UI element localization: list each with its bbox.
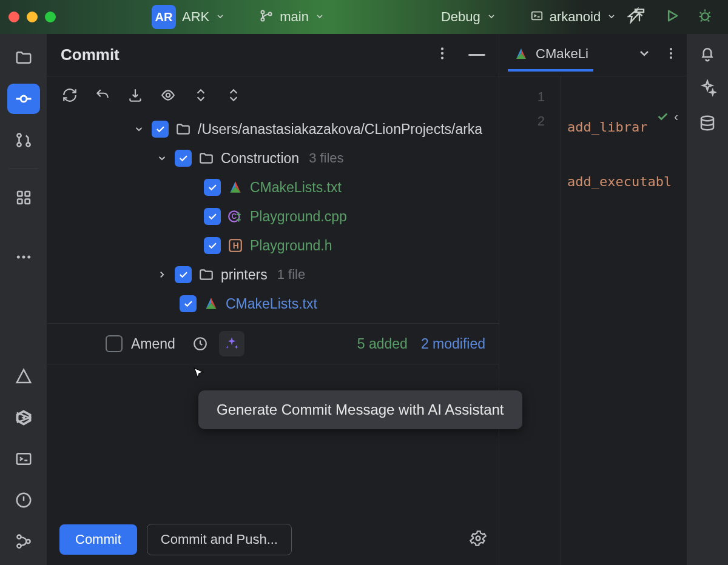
amend-checkbox[interactable] [106,335,123,352]
services-tool-button[interactable] [7,403,40,433]
chevron-down-icon[interactable] [637,46,652,64]
project-badge: AR [152,5,176,29]
svg-point-8 [17,142,21,146]
more-icon[interactable] [664,46,678,64]
checkbox-checked[interactable] [152,121,169,138]
project-name: ARK [182,9,209,25]
ai-assistant-button[interactable] [698,79,716,101]
more-tool-button[interactable] [7,242,40,272]
svg-point-34 [670,56,672,59]
build-button[interactable] [627,7,648,27]
svg-text:H: H [233,241,239,250]
database-button[interactable] [698,114,716,135]
branch-selector[interactable]: main [253,8,331,26]
build-config-label: Debug [441,9,480,25]
svg-rect-10 [18,192,22,196]
run-button[interactable] [664,7,681,27]
settings-button[interactable] [470,530,487,550]
changelist-button[interactable] [193,87,209,106]
root-path-label: /Users/anastasiakazakova/CLionProjects/a… [198,121,482,138]
commit-button[interactable]: Commit [59,524,137,555]
folder-meta: 3 files [309,150,343,166]
problems-tool-button[interactable] [7,485,40,515]
minimize-panel-button[interactable] [468,54,485,56]
editor-tab-cmakelists[interactable]: CMakeLi [508,39,593,72]
file-label: Playground.cpp [250,209,347,225]
branch-name: main [280,9,309,25]
diff-button[interactable] [160,87,176,106]
svg-point-35 [701,116,713,121]
chevron-down-icon [487,10,496,24]
folder-icon [198,266,215,283]
project-selector[interactable]: AR ARK [146,5,231,29]
title-bar: AR ARK main Debug arkanoid [0,0,728,34]
minimize-window-button[interactable] [27,12,38,22]
inspection-widget[interactable]: ‹ [656,109,678,124]
cmake-icon [203,295,220,312]
changes-tree: /Users/anastasiakazakova/CLionProjects/a… [47,112,499,323]
amend-bar: Amend 5 added 2 modified [47,323,499,364]
cmake-tool-button[interactable] [7,361,40,392]
debug-button[interactable] [696,7,713,27]
commit-tool-button[interactable] [7,84,40,114]
svg-point-32 [670,48,672,50]
run-target-label: arkanoid [550,9,601,25]
chevron-right-icon[interactable] [155,269,169,280]
svg-point-9 [26,142,30,146]
commit-and-push-button[interactable]: Commit and Push... [147,524,292,555]
ai-generate-button[interactable] [219,331,244,356]
checkbox-checked[interactable] [175,150,192,167]
vcs-tool-button[interactable] [7,526,40,557]
tree-folder-construction[interactable]: Construction 3 files [47,144,499,173]
code-line: add_executabl [567,174,672,189]
cmake-icon [513,45,530,62]
cmake-icon [227,179,244,196]
history-button[interactable] [192,336,208,352]
svg-point-7 [17,133,21,137]
rollback-button[interactable] [95,87,110,106]
maximize-window-button[interactable] [45,12,56,22]
checkbox-checked[interactable] [175,266,192,283]
editor-tabs: CMakeLi [499,34,687,76]
tree-folder-printers[interactable]: printers 1 file [47,260,499,289]
svg-point-22 [441,47,443,50]
cursor-icon [191,366,207,385]
close-window-button[interactable] [8,12,19,22]
chevron-down-icon[interactable] [155,153,169,164]
structure-tool-button[interactable] [7,182,40,213]
tree-file-playground-h[interactable]: H Playground.h [47,231,499,260]
chevron-down-icon[interactable] [132,124,146,135]
run-target-selector[interactable]: arkanoid [524,9,622,25]
code-editor[interactable]: add_librar add_executabl [561,76,687,565]
tree-file-cmakelists-root[interactable]: CMakeLists.txt [47,289,499,318]
refresh-button[interactable] [62,87,78,106]
svg-rect-13 [25,199,30,204]
chevron-down-icon [607,10,616,24]
checkbox-checked[interactable] [180,295,197,312]
tree-file-playground-cpp[interactable]: C Playground.cpp [47,202,499,231]
svg-point-23 [441,52,443,55]
tree-root-row[interactable]: /Users/anastasiakazakova/CLionProjects/a… [47,115,499,144]
svg-point-14 [16,256,19,259]
checkbox-checked[interactable] [204,208,221,225]
project-tool-button[interactable] [7,42,40,73]
commit-footer: Commit Commit and Push... [47,514,499,565]
shelve-button[interactable] [127,87,143,106]
branch-icon [259,8,274,26]
folder-icon [198,150,215,167]
group-button[interactable] [226,87,241,106]
pull-requests-tool-button[interactable] [7,125,40,155]
tree-file-cmakelists[interactable]: CMakeLists.txt [47,173,499,202]
svg-rect-17 [16,453,30,464]
chevron-down-icon [215,10,225,24]
terminal-tool-button[interactable] [7,444,40,474]
commit-message-area[interactable] [47,364,499,514]
checkbox-checked[interactable] [204,237,221,254]
build-config-selector[interactable]: Debug [435,9,502,25]
svg-rect-11 [25,192,30,196]
commit-header: Commit [47,34,499,76]
cpp-icon: C [227,208,244,225]
checkbox-checked[interactable] [204,179,221,196]
notifications-button[interactable] [698,45,716,66]
more-icon[interactable] [434,45,450,64]
